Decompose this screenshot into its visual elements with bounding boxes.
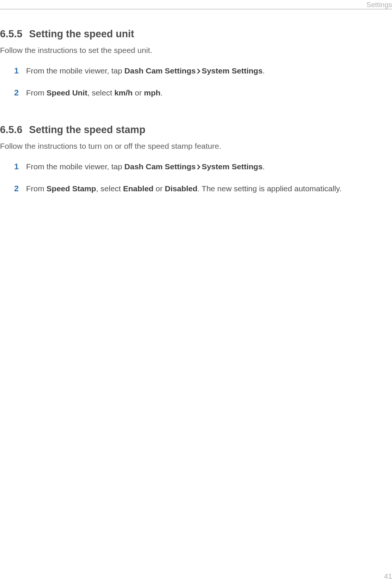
step-item: 1 From the mobile viewer, tap Dash Cam S… <box>14 161 392 173</box>
text-segment: , select <box>96 184 123 193</box>
bold-text: Enabled <box>123 184 154 193</box>
section-title-text: Setting the speed stamp <box>29 124 145 135</box>
section-heading: 6.5.5Setting the speed unit <box>0 28 392 40</box>
page-number: 41 <box>384 572 392 581</box>
text-segment: or <box>154 184 165 193</box>
header-divider <box>0 9 392 9</box>
step-item: 2 From Speed Stamp, select Enabled or Di… <box>14 183 392 195</box>
step-number: 1 <box>14 65 22 77</box>
chevron-right-icon <box>196 161 201 172</box>
text-segment: From <box>26 88 47 97</box>
text-segment: From the mobile viewer, tap <box>26 162 124 171</box>
step-text: From the mobile viewer, tap Dash Cam Set… <box>26 161 265 173</box>
steps-list: 1 From the mobile viewer, tap Dash Cam S… <box>0 161 392 195</box>
text-segment: From the mobile viewer, tap <box>26 66 124 75</box>
text-segment: From <box>26 184 47 193</box>
step-number: 2 <box>14 87 22 99</box>
header-label: Settings <box>366 1 392 9</box>
section-number: 6.5.6 <box>0 124 22 136</box>
section-number: 6.5.5 <box>0 28 22 40</box>
chevron-right-icon <box>196 66 201 76</box>
step-number: 2 <box>14 183 22 195</box>
bold-text: Speed Stamp <box>47 184 96 193</box>
step-item: 2 From Speed Unit, select km/h or mph. <box>14 87 392 99</box>
step-text: From the mobile viewer, tap Dash Cam Set… <box>26 65 265 77</box>
text-segment: . <box>263 162 265 171</box>
section-intro: Follow the instructions to set the speed… <box>0 46 392 55</box>
section-heading: 6.5.6Setting the speed stamp <box>0 124 392 136</box>
section-title-text: Setting the speed unit <box>29 28 134 40</box>
step-number: 1 <box>14 161 22 173</box>
bold-text: System Settings <box>202 162 262 171</box>
step-item: 1 From the mobile viewer, tap Dash Cam S… <box>14 65 392 77</box>
page-content: 6.5.5Setting the speed unit Follow the i… <box>0 0 392 195</box>
text-segment: . <box>161 88 163 97</box>
section-intro: Follow the instructions to turn on or of… <box>0 142 392 151</box>
text-segment: . <box>263 66 265 75</box>
step-text: From Speed Stamp, select Enabled or Disa… <box>26 183 342 194</box>
steps-list: 1 From the mobile viewer, tap Dash Cam S… <box>0 65 392 99</box>
bold-text: mph <box>144 88 160 97</box>
text-segment: , select <box>88 88 114 97</box>
bold-text: Speed Unit <box>47 88 88 97</box>
bold-text: km/h <box>114 88 133 97</box>
bold-text: Dash Cam Settings <box>124 66 196 75</box>
step-text: From Speed Unit, select km/h or mph. <box>26 87 162 98</box>
text-segment: or <box>133 88 144 97</box>
bold-text: Dash Cam Settings <box>124 162 196 171</box>
bold-text: System Settings <box>202 66 262 75</box>
text-segment: . The new setting is applied automatical… <box>197 184 342 193</box>
bold-text: Disabled <box>165 184 197 193</box>
